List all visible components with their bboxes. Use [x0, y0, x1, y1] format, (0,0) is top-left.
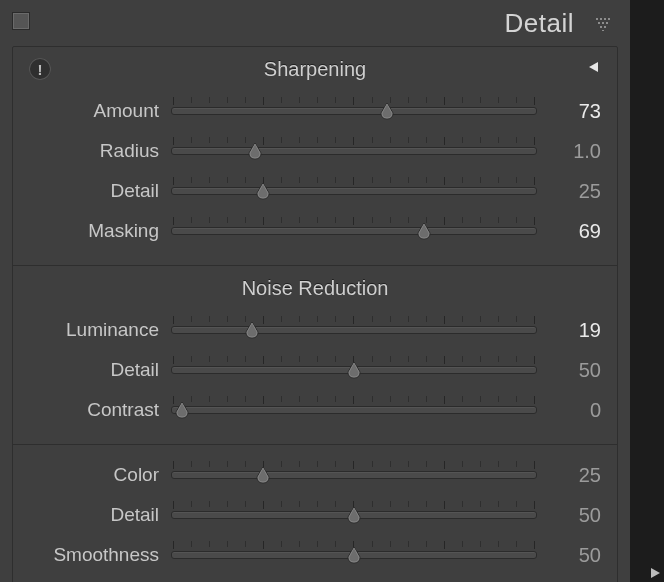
sharpening-radius-row: Radius1.0 — [29, 131, 601, 171]
noise-contrast-slider[interactable] — [171, 396, 537, 424]
panel-toggle-swatch[interactable] — [12, 12, 30, 30]
svg-point-6 — [606, 22, 608, 24]
sharpening-detail-row: Detail25 — [29, 171, 601, 211]
sharpening-masking-value[interactable]: 69 — [537, 220, 601, 243]
svg-point-9 — [602, 30, 604, 31]
noise-contrast-label: Contrast — [29, 399, 171, 421]
color-color-slider[interactable] — [171, 461, 537, 489]
sharpening-amount-value[interactable]: 73 — [537, 100, 601, 123]
sharpening-detail-slider[interactable] — [171, 177, 537, 205]
noise-title: Noise Reduction — [242, 277, 389, 300]
noise-detail-row: Detail50 — [29, 350, 601, 390]
sharpening-radius-slider[interactable] — [171, 137, 537, 165]
sharpening-masking-slider[interactable] — [171, 217, 537, 245]
noise-luminance-slider[interactable] — [171, 316, 537, 344]
panel-menu-icon[interactable] — [590, 17, 616, 31]
color-smoothness-row: Smoothness50 — [29, 535, 601, 575]
svg-marker-11 — [651, 568, 660, 578]
svg-point-8 — [604, 26, 606, 28]
sharpening-detail-label: Detail — [29, 180, 171, 202]
expand-arrow-icon[interactable] — [649, 567, 661, 579]
sharpening-radius-value[interactable]: 1.0 — [537, 140, 601, 163]
noise-detail-label: Detail — [29, 359, 171, 381]
svg-point-1 — [600, 18, 602, 20]
color-detail-value[interactable]: 50 — [537, 504, 601, 527]
noise-contrast-row: Contrast0 — [29, 390, 601, 430]
color-smoothness-value[interactable]: 50 — [537, 544, 601, 567]
sharpening-masking-row: Masking69 — [29, 211, 601, 251]
color-detail-label: Detail — [29, 504, 171, 526]
color-detail-row: Detail50 — [29, 495, 601, 535]
svg-marker-10 — [589, 62, 598, 72]
color-color-label: Color — [29, 464, 171, 486]
noise-contrast-value[interactable]: 0 — [537, 399, 601, 422]
svg-point-0 — [596, 18, 598, 20]
svg-point-3 — [608, 18, 610, 20]
color-smoothness-slider[interactable] — [171, 541, 537, 569]
collapse-icon[interactable] — [587, 60, 601, 78]
panel-body: ! Sharpening Amount73Radius1.0Detail25Ma… — [12, 46, 618, 582]
noise-detail-slider[interactable] — [171, 356, 537, 384]
sharpening-section: ! Sharpening Amount73Radius1.0Detail25Ma… — [13, 47, 617, 265]
sharpening-amount-slider[interactable] — [171, 97, 537, 125]
detail-panel: Detail ! Sharpening Amount73 — [0, 0, 630, 582]
sharpening-radius-label: Radius — [29, 140, 171, 162]
warning-icon[interactable]: ! — [29, 58, 51, 80]
panel-header: Detail — [0, 0, 630, 46]
noise-luminance-value[interactable]: 19 — [537, 319, 601, 342]
color-noise-section: Color25Detail50Smoothness50 — [13, 444, 617, 582]
color-color-row: Color25 — [29, 455, 601, 495]
svg-point-5 — [602, 22, 604, 24]
sharpening-detail-value[interactable]: 25 — [537, 180, 601, 203]
color-smoothness-label: Smoothness — [29, 544, 171, 566]
sharpening-title: Sharpening — [264, 58, 366, 81]
svg-point-4 — [598, 22, 600, 24]
panel-title[interactable]: Detail — [505, 8, 574, 39]
noise-luminance-label: Luminance — [29, 319, 171, 341]
sharpening-amount-row: Amount73 — [29, 91, 601, 131]
noise-detail-value[interactable]: 50 — [537, 359, 601, 382]
noise-reduction-section: Noise Reduction Luminance19Detail50Contr… — [13, 265, 617, 444]
sharpening-amount-label: Amount — [29, 100, 171, 122]
svg-point-7 — [600, 26, 602, 28]
sharpening-masking-label: Masking — [29, 220, 171, 242]
color-color-value[interactable]: 25 — [537, 464, 601, 487]
noise-luminance-row: Luminance19 — [29, 310, 601, 350]
color-detail-slider[interactable] — [171, 501, 537, 529]
svg-point-2 — [604, 18, 606, 20]
